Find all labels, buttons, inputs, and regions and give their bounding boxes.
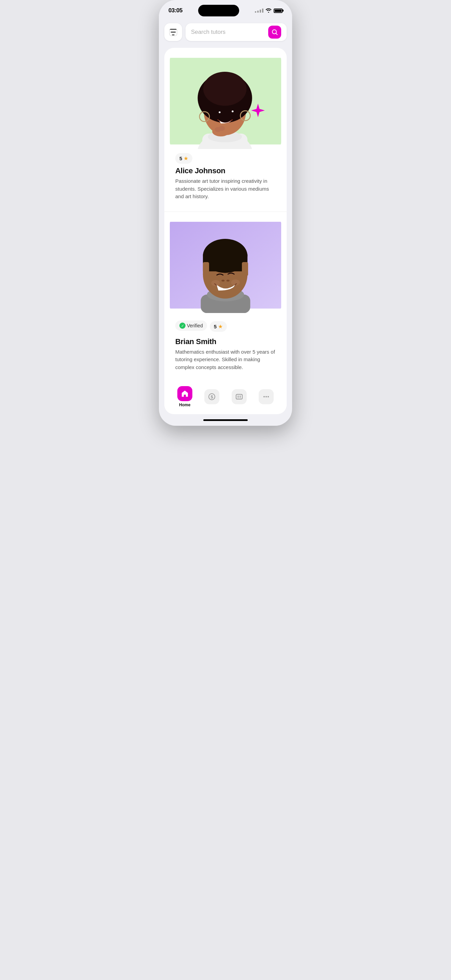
battery-icon xyxy=(274,8,283,13)
content-card: 5 ★ Alice Johnson Passionate art tutor i… xyxy=(164,48,287,414)
search-button[interactable] xyxy=(268,25,281,38)
brian-description: Mathematics enthusiast with over 5 years… xyxy=(175,348,276,371)
svg-rect-41 xyxy=(237,396,239,397)
verified-badge: ✓ Verified xyxy=(175,320,207,331)
svg-point-18 xyxy=(232,110,233,112)
svg-point-37 xyxy=(227,280,230,281)
svg-point-35 xyxy=(231,279,240,285)
filter-button[interactable] xyxy=(164,23,182,41)
phone-frame: 03:05 xyxy=(159,0,292,426)
sessions-icon xyxy=(235,393,243,401)
svg-rect-42 xyxy=(240,396,241,397)
svg-rect-32 xyxy=(203,262,209,276)
brian-rating-badge: 5 ★ xyxy=(210,321,227,332)
svg-rect-44 xyxy=(240,398,241,398)
svg-point-46 xyxy=(265,396,267,398)
nav-home[interactable]: Home xyxy=(175,386,195,407)
alice-info: 5 ★ Alice Johnson Passionate art tutor i… xyxy=(170,149,281,212)
payments-icon-wrap: $ xyxy=(204,389,219,404)
search-placeholder: Search tutors xyxy=(191,29,268,35)
alice-description: Passionate art tutor inspiring creativit… xyxy=(175,177,276,200)
nav-payments[interactable]: $ xyxy=(202,389,222,404)
svg-point-17 xyxy=(219,111,221,113)
home-indicator xyxy=(159,414,292,426)
svg-point-36 xyxy=(221,280,224,281)
bottom-nav: Home $ xyxy=(164,382,287,414)
status-time: 03:05 xyxy=(168,7,183,14)
nav-sessions[interactable] xyxy=(229,389,249,404)
star-icon-brian: ★ xyxy=(218,323,223,330)
search-icon xyxy=(271,29,278,35)
brian-image xyxy=(170,217,281,313)
more-icon xyxy=(262,393,270,401)
verified-icon: ✓ xyxy=(179,323,186,329)
search-bar[interactable]: Search tutors xyxy=(186,23,287,41)
svg-point-23 xyxy=(219,126,225,130)
alice-image xyxy=(170,53,281,149)
svg-rect-40 xyxy=(236,395,242,399)
brian-rating: 5 xyxy=(214,324,217,329)
svg-point-34 xyxy=(211,280,220,286)
svg-point-15 xyxy=(216,111,221,115)
search-area: Search tutors xyxy=(159,19,292,45)
svg-point-45 xyxy=(264,396,265,398)
svg-rect-33 xyxy=(242,262,248,276)
tutor-card-alice[interactable]: 5 ★ Alice Johnson Passionate art tutor i… xyxy=(164,48,287,212)
home-icon xyxy=(181,390,189,398)
home-bar xyxy=(203,419,248,421)
svg-rect-1 xyxy=(171,32,176,32)
home-icon-wrap xyxy=(177,386,192,401)
alice-rating: 5 xyxy=(179,156,182,161)
filter-icon xyxy=(169,28,178,37)
brian-name: Brian Smith xyxy=(175,337,276,346)
svg-rect-2 xyxy=(172,35,174,35)
sessions-icon-wrap xyxy=(232,389,247,404)
svg-rect-43 xyxy=(237,398,239,398)
star-icon: ★ xyxy=(183,155,188,162)
alice-name: Alice Johnson xyxy=(175,166,276,175)
status-icons xyxy=(255,8,283,14)
svg-point-16 xyxy=(229,110,234,114)
svg-rect-0 xyxy=(170,29,177,30)
status-pill xyxy=(198,5,239,16)
wifi-icon xyxy=(265,8,272,14)
brian-badges: ✓ Verified 5 ★ xyxy=(175,317,276,334)
svg-point-14 xyxy=(203,72,247,106)
svg-point-47 xyxy=(268,396,269,398)
home-label: Home xyxy=(179,402,190,407)
tutor-card-brian[interactable]: ✓ Verified 5 ★ Brian Smith Mathematics e… xyxy=(164,212,287,382)
dollar-icon: $ xyxy=(208,393,216,401)
more-icon-wrap xyxy=(259,389,274,404)
brian-info: ✓ Verified 5 ★ Brian Smith Mathematics e… xyxy=(170,317,281,382)
svg-point-4 xyxy=(272,30,276,34)
signal-icon xyxy=(255,8,264,13)
verified-label: Verified xyxy=(187,323,203,328)
svg-text:$: $ xyxy=(211,395,214,399)
svg-rect-31 xyxy=(203,254,248,271)
status-bar: 03:05 xyxy=(159,0,292,19)
alice-rating-badge: 5 ★ xyxy=(175,153,192,164)
nav-more[interactable] xyxy=(256,389,276,404)
